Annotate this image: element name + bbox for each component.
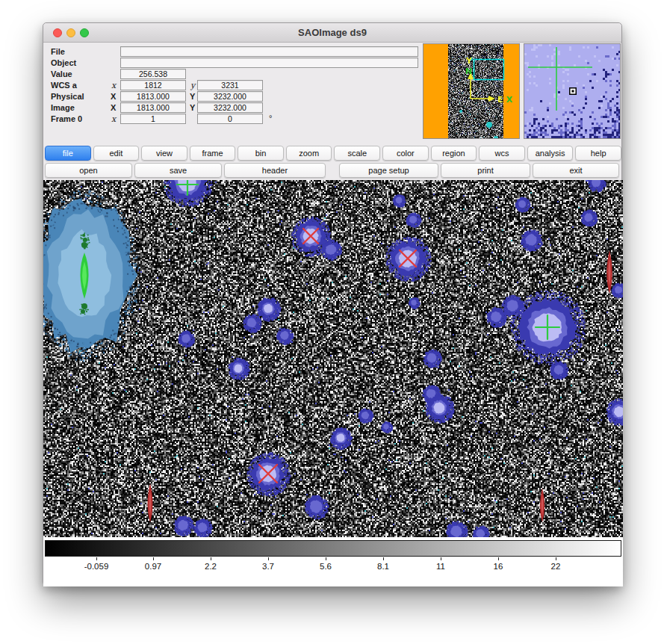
panner-panel[interactable]: [423, 43, 520, 139]
info-row-file: File: [43, 46, 423, 57]
colorbar-tick: [96, 557, 97, 560]
colorbar-label: 22: [551, 562, 561, 571]
image-x-label: X: [111, 103, 116, 112]
colorbar-tick: [498, 557, 499, 560]
magnifier-canvas: [524, 44, 620, 138]
window-title: SAOImage ds9: [43, 23, 621, 42]
menu-frame[interactable]: frame: [190, 146, 236, 161]
page-setup-button[interactable]: page setup: [339, 163, 438, 178]
header-button[interactable]: header: [224, 163, 326, 178]
colorbar-label: 11: [436, 562, 445, 571]
colorbar-label: 0.97: [145, 562, 161, 571]
colorbar-label: 3.7: [262, 562, 274, 571]
menu-scale[interactable]: scale: [334, 146, 380, 161]
frame-zoom-field: 1: [120, 114, 186, 124]
colorbar-tick: [153, 557, 154, 560]
colorbar-tick: [556, 557, 556, 560]
magnifier-panel: [524, 43, 621, 139]
image-y-field: 3232.000: [197, 102, 263, 113]
desktop-background: SAOImage ds9 File Object Value 256.538 W…: [0, 0, 664, 644]
wcs-x-label: x: [111, 81, 116, 90]
info-row-frame: Frame 0 x 1 0 °: [43, 114, 423, 124]
wcs-y-label: y: [190, 81, 195, 90]
wcs-y-field: 3231: [197, 80, 263, 90]
colorbar-label: 2.2: [205, 562, 217, 571]
file-label: File: [51, 47, 65, 56]
colorbar-label: -0.059: [84, 562, 109, 571]
info-row-image: Image X 1813.000 Y 3232.000: [43, 102, 423, 113]
colorbar-section: -0.059 0.97 2.2 3.7 5.6 8.1 11 16 22: [43, 537, 623, 586]
image-label: Image: [51, 103, 75, 112]
file-field: [120, 46, 418, 57]
exit-button[interactable]: exit: [533, 163, 619, 178]
close-button[interactable]: [53, 28, 62, 37]
panner-canvas[interactable]: [423, 44, 519, 138]
colorbar-tick: [326, 557, 326, 560]
menu-view[interactable]: view: [141, 146, 187, 161]
minimize-button[interactable]: [66, 28, 75, 37]
colorbar-tick: [211, 557, 211, 560]
menu-wcs[interactable]: wcs: [479, 146, 525, 161]
physical-x-field: 1813.000: [120, 91, 186, 102]
value-field: 256.538: [120, 69, 186, 79]
menu-zoom[interactable]: zoom: [286, 146, 332, 161]
object-label: Object: [51, 58, 76, 67]
image-display[interactable]: [43, 180, 623, 537]
frame-rotation-field: 0: [197, 114, 263, 124]
colorbar-label: 5.6: [320, 562, 332, 571]
wcs-label: WCS a: [51, 81, 77, 90]
degree-symbol: °: [269, 114, 272, 123]
wcs-x-field: 1812: [120, 80, 186, 90]
frame-x-label: x: [111, 114, 116, 124]
maximize-button[interactable]: [80, 28, 89, 37]
menu-bin[interactable]: bin: [238, 146, 284, 161]
colorbar-label: 16: [494, 562, 503, 571]
colorbar-gradient[interactable]: [45, 540, 621, 557]
colorbar-tick: [383, 557, 384, 560]
menu-region[interactable]: region: [431, 146, 477, 161]
physical-label: Physical: [51, 92, 84, 101]
physical-x-label: X: [111, 92, 116, 101]
image-x-field: 1813.000: [120, 102, 186, 113]
image-display-area[interactable]: [43, 180, 623, 537]
value-label: Value: [51, 69, 72, 78]
colorbar-label: 8.1: [377, 562, 389, 571]
print-button[interactable]: print: [441, 163, 530, 178]
image-y-label: Y: [190, 103, 195, 112]
colorbar-tick: [441, 557, 441, 560]
titlebar[interactable]: SAOImage ds9: [43, 23, 621, 43]
info-row-physical: Physical X 1813.000 Y 3232.000: [43, 91, 423, 102]
colorbar-tick: [268, 557, 269, 560]
menu-file[interactable]: file: [45, 146, 91, 161]
open-button[interactable]: open: [45, 163, 132, 178]
menu-color[interactable]: color: [382, 146, 429, 161]
menu-bar: file edit view frame bin zoom scale colo…: [45, 146, 621, 161]
menu-analysis[interactable]: analysis: [527, 146, 574, 161]
save-button[interactable]: save: [134, 163, 222, 178]
ds9-window: SAOImage ds9 File Object Value 256.538 W…: [43, 22, 622, 586]
menu-help[interactable]: help: [575, 146, 621, 161]
info-row-object: Object: [43, 58, 423, 68]
info-row-value: Value 256.538: [43, 69, 423, 79]
physical-y-label: Y: [190, 92, 195, 101]
info-row-wcs: WCS a x 1812 y 3231: [43, 80, 423, 90]
frame-label: Frame 0: [51, 114, 82, 123]
menu-edit[interactable]: edit: [93, 146, 140, 161]
physical-y-field: 3232.000: [197, 91, 263, 102]
file-submenu-bar: open save header page setup print exit: [45, 163, 621, 178]
object-field: [120, 58, 418, 68]
